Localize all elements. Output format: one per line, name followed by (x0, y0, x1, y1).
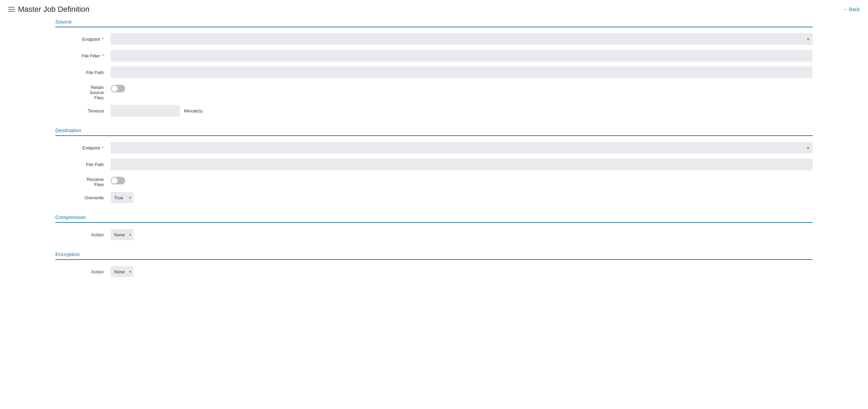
compression-action-row: Action None Zip GZip ▾ (55, 228, 813, 241)
toggle-slider (111, 85, 125, 92)
source-section: Source Endpoint * ▾ File Filter * File P… (55, 19, 813, 117)
source-endpoint-select[interactable] (111, 33, 813, 45)
source-retain-label: RetainSourceFiles (55, 85, 111, 100)
dest-endpoint-select[interactable] (111, 142, 813, 154)
dest-overwrite-row: Overwrite True False ▾ (55, 191, 813, 204)
source-file-filter-label: File Filter * (55, 53, 111, 58)
source-retain-toggle[interactable] (111, 85, 125, 92)
encryption-section: Encryption Action None PGP AES ▾ (55, 251, 813, 278)
compression-section-header: Compression (55, 214, 813, 223)
timeout-unit: Minute(s) (184, 108, 203, 113)
required-star: * (102, 53, 104, 58)
source-file-filter-input[interactable] (111, 50, 813, 62)
source-section-header: Source (55, 19, 813, 27)
destination-section: Destination Endpoint * ▾ File Path Renam… (55, 127, 813, 204)
dest-overwrite-wrapper: True False ▾ (111, 192, 133, 203)
source-file-path-input[interactable] (111, 66, 813, 78)
compression-action-wrapper: None Zip GZip ▾ (111, 229, 133, 240)
source-file-path-label: File Path (55, 70, 111, 75)
dest-overwrite-label: Overwrite (55, 195, 111, 200)
dest-file-path-input[interactable] (111, 158, 813, 170)
page-header: Master Job Definition ← Back (0, 0, 868, 19)
required-star: * (102, 145, 104, 151)
dest-rename-row: RenameFiles (55, 175, 813, 187)
hamburger-icon[interactable] (8, 7, 15, 12)
compression-section: Compression Action None Zip GZip ▾ (55, 214, 813, 241)
dest-endpoint-row: Endpoint * ▾ (55, 142, 813, 154)
source-timeout-label: Timeout (55, 108, 111, 113)
compression-action-select[interactable]: None Zip GZip (111, 229, 133, 240)
compression-action-label: Action (55, 232, 111, 237)
required-star: * (102, 37, 104, 42)
dest-file-path-row: File Path (55, 158, 813, 171)
encryption-action-row: Action None PGP AES ▾ (55, 265, 813, 278)
source-endpoint-wrapper: ▾ (111, 33, 813, 45)
destination-section-header: Destination (55, 127, 813, 136)
source-retain-row: RetainSourceFiles (55, 83, 813, 100)
encryption-section-header: Encryption (55, 251, 813, 260)
encryption-action-label: Action (55, 269, 111, 274)
encryption-action-wrapper: None PGP AES ▾ (111, 266, 133, 277)
source-endpoint-row: Endpoint * ▾ (55, 33, 813, 45)
dest-rename-label: RenameFiles (55, 177, 111, 187)
dest-endpoint-label: Endpoint * (55, 145, 111, 151)
source-file-filter-row: File Filter * (55, 49, 813, 62)
source-endpoint-label: Endpoint * (55, 37, 111, 42)
dest-rename-toggle[interactable] (111, 177, 125, 184)
encryption-action-select[interactable]: None PGP AES (111, 266, 133, 277)
source-timeout-input[interactable] (111, 105, 180, 117)
source-file-path-row: File Path (55, 66, 813, 79)
dest-endpoint-wrapper: ▾ (111, 142, 813, 154)
toggle-slider (111, 177, 125, 184)
back-button[interactable]: ← Back (843, 7, 860, 12)
dest-overwrite-select[interactable]: True False (111, 192, 133, 203)
source-timeout-row: Timeout Minute(s) (55, 104, 813, 117)
main-content: Source Endpoint * ▾ File Filter * File P… (0, 19, 868, 302)
page-title: Master Job Definition (18, 5, 90, 14)
dest-file-path-label: File Path (55, 162, 111, 167)
header-left: Master Job Definition (8, 5, 90, 14)
